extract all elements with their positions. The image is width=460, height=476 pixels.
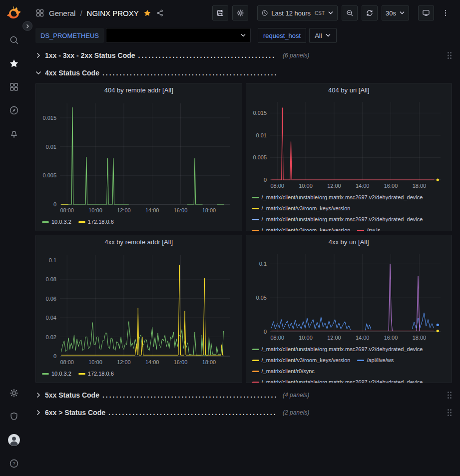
sidebar-item-starred[interactable] xyxy=(0,51,27,75)
help-icon: ? xyxy=(9,459,19,469)
alerting-bell-icon xyxy=(9,129,19,139)
var-request-host-select[interactable]: All xyxy=(309,28,336,43)
panel-404-by-uri: 404 by uri [All] 00.0050.010.01508:0010:… xyxy=(246,83,453,231)
svg-text:0.1: 0.1 xyxy=(49,257,56,263)
svg-text:14:00: 14:00 xyxy=(355,183,369,189)
drag-handle-icon[interactable] xyxy=(447,391,452,399)
svg-text:?: ? xyxy=(12,461,15,466)
row-header-4xx[interactable]: 4xx Status Code ........................… xyxy=(35,65,452,80)
legend-item[interactable]: /api/live/ws xyxy=(357,355,394,365)
sidebar-item-explore[interactable] xyxy=(0,98,27,122)
breadcrumb-separator: / xyxy=(80,9,82,17)
legend-swatch xyxy=(252,349,259,350)
var-ds-prometheus-select[interactable] xyxy=(106,28,251,43)
chart-404-by-remote-addr[interactable]: 00.0050.010.01508:0010:0012:0014:0016:00… xyxy=(40,97,237,215)
user-avatar xyxy=(7,434,20,447)
svg-text:0.015: 0.015 xyxy=(42,115,56,121)
sidebar-expand-button[interactable] xyxy=(22,21,32,31)
var-ds-prometheus-label[interactable]: DS_PROMETHEUS xyxy=(35,28,104,43)
drag-handle-icon[interactable] xyxy=(447,409,452,417)
legend-swatch xyxy=(42,373,49,375)
svg-text:10:00: 10:00 xyxy=(299,183,313,189)
legend-item[interactable]: /_matrix/client/unstable/org.matrix.msc2… xyxy=(252,192,423,202)
breadcrumb-dashboard-title[interactable]: NGINX PROXY xyxy=(87,9,139,17)
svg-text:10:00: 10:00 xyxy=(88,359,102,365)
svg-text:16:00: 16:00 xyxy=(384,183,398,189)
svg-text:08:00: 08:00 xyxy=(270,335,284,341)
legend-item[interactable]: /sw.js xyxy=(357,225,380,231)
kebab-menu-button[interactable] xyxy=(438,5,453,20)
panel-title[interactable]: 404 by remote addr [All] xyxy=(40,83,238,97)
sidebar-item-configuration[interactable] xyxy=(0,381,27,405)
panel-404-by-remote-addr: 404 by remote addr [All] 00.0050.010.015… xyxy=(35,83,242,231)
row-header-6xx[interactable]: 6xx > Status Code ......................… xyxy=(35,405,452,420)
legend-label: 172.18.0.6 xyxy=(88,219,114,225)
sidebar-item-search[interactable] xyxy=(0,28,27,51)
row-header-5xx[interactable]: 5xx Status Code ........................… xyxy=(35,388,452,402)
settings-gear-icon xyxy=(9,388,19,398)
dashboard-settings-button[interactable] xyxy=(232,5,248,20)
breadcrumb-folder[interactable]: General xyxy=(49,9,75,17)
legend-item[interactable]: /_matrix/client/v3/room_keys/version xyxy=(252,225,351,231)
row-leader-dots: ........................................… xyxy=(102,391,276,399)
chart-4xx-by-uri[interactable]: 00.050.108:0010:0012:0014:0016:0018:00 xyxy=(250,248,448,343)
legend-item[interactable]: /_matrix/client/r0/sync xyxy=(252,366,315,376)
legend-item[interactable]: /_matrix/client/v3/room_keys/version xyxy=(252,203,351,213)
toolbar-actions: Last 12 hours CST 30s xyxy=(212,5,453,20)
zoom-out-button[interactable] xyxy=(342,5,358,20)
panel-title[interactable]: 4xx by remote addr [All] xyxy=(40,235,238,249)
drag-handle-icon[interactable] xyxy=(447,51,452,59)
main-area: General / NGINX PROXY xyxy=(27,0,460,420)
legend-swatch xyxy=(252,360,259,361)
row-header-1xx-3xx-2xx[interactable]: 1xx - 3xx - 2xx Status Code ............… xyxy=(35,48,452,62)
legend-label: /sw.js xyxy=(367,227,380,231)
share-icon[interactable] xyxy=(156,9,164,17)
row-panel-count: (4 panels) xyxy=(283,392,309,399)
star-icon xyxy=(9,58,19,68)
dashboards-icon xyxy=(9,82,19,92)
legend-swatch xyxy=(357,230,364,231)
svg-text:08:00: 08:00 xyxy=(60,207,74,213)
sidebar-item-alerting[interactable] xyxy=(0,122,27,145)
tv-mode-button[interactable] xyxy=(418,5,434,20)
legend-item[interactable]: /_matrix/client/unstable/org.matrix.msc2… xyxy=(252,377,423,383)
legend-label: /_matrix/client/unstable/org.matrix.msc2… xyxy=(262,346,423,352)
chart-4xx-by-remote-addr[interactable]: 00.020.040.060.080.108:0010:0012:0014:00… xyxy=(40,249,237,367)
favorite-star-icon[interactable] xyxy=(143,9,151,17)
time-range-picker[interactable]: Last 12 hours CST xyxy=(257,5,338,20)
refresh-interval-dropdown[interactable]: 30s xyxy=(382,5,409,20)
svg-text:0.02: 0.02 xyxy=(46,334,56,340)
legend-label: /_matrix/client/unstable/org.matrix.msc2… xyxy=(262,194,423,200)
legend-item[interactable]: /_matrix/client/unstable/org.matrix.msc2… xyxy=(252,214,423,224)
chart-404-by-uri[interactable]: 00.0050.010.01508:0010:0012:0014:0016:00… xyxy=(250,96,448,191)
save-button[interactable] xyxy=(212,5,228,20)
sidebar-item-server-admin[interactable] xyxy=(0,405,27,428)
var-request-host-label[interactable]: request_host xyxy=(258,28,306,43)
legend-item[interactable]: 172.18.0.6 xyxy=(78,217,114,227)
panel-title[interactable]: 404 by uri [All] xyxy=(250,83,448,96)
legend-item[interactable]: 172.18.0.6 xyxy=(78,369,114,379)
legend-item[interactable]: 10.0.3.2 xyxy=(42,217,71,227)
row-panel-count: (2 panels) xyxy=(283,409,309,416)
legend-item[interactable]: /_matrix/client/unstable/org.matrix.msc2… xyxy=(252,344,423,354)
svg-text:0: 0 xyxy=(53,353,56,359)
legend: 10.0.3.2172.18.0.6 xyxy=(40,215,238,231)
svg-text:18:00: 18:00 xyxy=(412,335,426,341)
panel-title[interactable]: 4xx by uri [All] xyxy=(250,235,448,248)
sidebar-item-dashboards[interactable] xyxy=(0,75,27,98)
legend-item[interactable]: 10.0.3.2 xyxy=(42,369,71,379)
sidebar-item-help[interactable]: ? xyxy=(0,452,27,475)
svg-text:0: 0 xyxy=(263,329,266,335)
legend-item[interactable]: /_matrix/client/v3/room_keys/version xyxy=(252,355,351,365)
sidebar-item-profile[interactable] xyxy=(0,428,27,452)
svg-text:12:00: 12:00 xyxy=(117,207,131,213)
svg-text:0.1: 0.1 xyxy=(259,261,266,267)
svg-text:10:00: 10:00 xyxy=(299,335,313,341)
breadcrumb: General / NGINX PROXY xyxy=(35,8,164,17)
grafana-logo[interactable] xyxy=(4,4,23,23)
svg-text:0.06: 0.06 xyxy=(46,296,56,302)
refresh-button[interactable] xyxy=(362,5,378,20)
svg-text:08:00: 08:00 xyxy=(270,183,284,189)
legend-swatch xyxy=(42,221,49,223)
settings-gear-icon xyxy=(236,9,244,17)
